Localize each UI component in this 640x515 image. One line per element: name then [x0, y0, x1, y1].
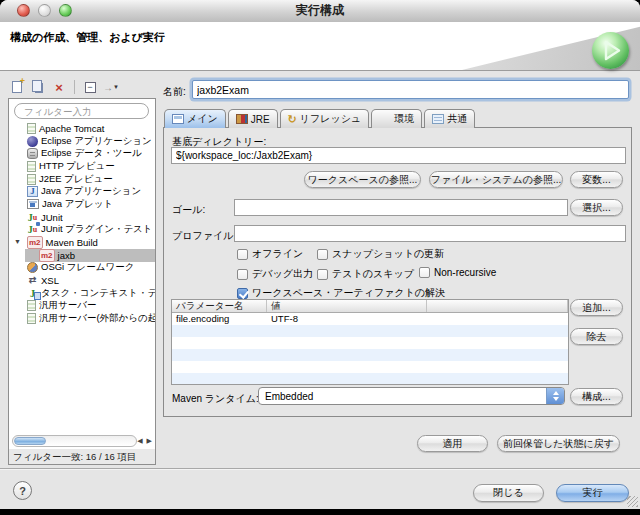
- table-row[interactable]: file.encodingUTF-8: [172, 313, 568, 325]
- table-cell: [267, 325, 427, 337]
- window-title: 実行構成: [0, 0, 640, 21]
- table-cell: [427, 325, 568, 337]
- tab-common[interactable]: 共通: [424, 109, 475, 128]
- table-header-cell[interactable]: 値: [267, 300, 427, 312]
- revert-button[interactable]: 前回保管した状態に戻す: [497, 435, 620, 452]
- checkbox-item[interactable]: ワークスペース・アーティファクトの解決: [237, 286, 445, 300]
- scroll-right-icon[interactable]: ▶: [147, 437, 152, 445]
- tree-item-selected[interactable]: m2jaxb: [9, 249, 155, 262]
- checkbox-icon[interactable]: [419, 267, 430, 278]
- table-cell: [267, 361, 427, 373]
- checkbox-label: テストのスキップ: [332, 267, 414, 281]
- tree-item[interactable]: Jタスク・コンテキスト・テ: [9, 287, 155, 300]
- tree-item[interactable]: OSGi フレームワーク: [9, 262, 155, 275]
- tree-item[interactable]: ⇄XSL: [9, 274, 155, 287]
- apply-button[interactable]: 適用: [417, 435, 488, 452]
- stepper-icon[interactable]: [546, 388, 564, 404]
- checkbox-label: スナップショットの更新: [332, 247, 444, 261]
- checkbox-item[interactable]: オフライン: [237, 247, 303, 261]
- table-row[interactable]: [172, 349, 568, 361]
- tab-label: リフレッシュ: [300, 112, 361, 126]
- browse-filesystem-button[interactable]: ファイル・システムの参照...: [429, 171, 563, 188]
- close-button[interactable]: 閉じる: [473, 484, 544, 502]
- scrollbar-arrows[interactable]: ◀▶: [137, 437, 152, 445]
- tree-item[interactable]: JuJUnit プラグイン・テスト: [9, 224, 155, 237]
- tree-item-label: Eclipse データ・ツール: [41, 147, 142, 160]
- tree-item[interactable]: Java アプレット: [9, 198, 155, 211]
- help-button[interactable]: ?: [13, 481, 32, 500]
- filter-menu-button[interactable]: →▼: [103, 80, 119, 95]
- maven-runtime-select[interactable]: Embedded: [258, 387, 565, 405]
- checkbox-icon[interactable]: [237, 249, 248, 260]
- tree-item[interactable]: Eclipse データ・ツール: [9, 147, 155, 160]
- run-button[interactable]: 実行: [556, 484, 629, 502]
- filter-input[interactable]: [14, 103, 149, 119]
- table-cell: [172, 349, 267, 361]
- goal-input[interactable]: [234, 199, 568, 216]
- tree-item[interactable]: ▼m2Maven Build: [9, 236, 155, 249]
- tree-item[interactable]: 汎用サーバー: [9, 300, 155, 313]
- common-tab-icon: [432, 114, 444, 124]
- collapse-all-button[interactable]: −: [82, 80, 98, 95]
- profile-input[interactable]: [234, 225, 626, 242]
- parameters-table-header[interactable]: パラメーター名値: [172, 300, 568, 313]
- browse-workspace-button[interactable]: ワークスペースの参照...: [304, 171, 421, 188]
- remove-parameter-button[interactable]: 除去: [570, 328, 623, 345]
- configure-runtime-button[interactable]: 構成...: [570, 388, 623, 405]
- zoom-window-button[interactable]: [59, 4, 72, 17]
- tree-item[interactable]: Eclipse アプリケーション: [9, 135, 155, 148]
- expanded-arrow-icon[interactable]: ▼: [14, 238, 21, 245]
- resize-grip[interactable]: [627, 496, 638, 507]
- table-header-cell[interactable]: [427, 300, 568, 312]
- tree-item[interactable]: HTTP プレビュー: [9, 160, 155, 173]
- checkbox-item[interactable]: スナップショットの更新: [317, 247, 444, 261]
- main-tab-content: 基底ディレクトリー: ワークスペースの参照... ファイル・システムの参照...…: [163, 127, 632, 417]
- close-window-button[interactable]: [17, 4, 30, 17]
- minimize-window-button[interactable]: [38, 4, 51, 17]
- tab-environment[interactable]: 環境: [371, 109, 422, 128]
- tree-item[interactable]: Java アプリケーション: [9, 185, 155, 198]
- checkbox-item[interactable]: テストのスキップ: [317, 267, 414, 281]
- delete-config-button[interactable]: ×: [51, 80, 67, 95]
- table-header-cell[interactable]: パラメーター名: [172, 300, 267, 312]
- scrollbar-thumb[interactable]: [14, 437, 46, 445]
- tree-item[interactable]: J2EE プレビュー: [9, 173, 155, 186]
- checkbox-checked-icon[interactable]: [237, 288, 248, 299]
- table-row[interactable]: [172, 325, 568, 337]
- add-parameter-button[interactable]: 追加...: [570, 299, 623, 316]
- filter-match-status: フィルター一致: 16 / 16 項目: [9, 449, 155, 464]
- checkbox-icon[interactable]: [317, 249, 328, 260]
- tab-main[interactable]: メイン: [164, 109, 226, 128]
- java-app-icon: [27, 186, 38, 197]
- table-row[interactable]: [172, 373, 568, 385]
- server-icon: [27, 300, 36, 311]
- table-row[interactable]: [172, 361, 568, 373]
- variables-button[interactable]: 変数...: [570, 171, 623, 188]
- table-row[interactable]: [172, 337, 568, 349]
- tree-item[interactable]: JuJUnit: [9, 211, 155, 224]
- tree-item-label: Java アプリケーション: [41, 185, 141, 198]
- checkbox-icon[interactable]: [237, 269, 248, 280]
- tree-item[interactable]: Apache Tomcat: [9, 122, 155, 135]
- tree-horizontal-scrollbar[interactable]: [12, 435, 137, 447]
- tree-item[interactable]: 汎用サーバー(外部からの起: [9, 312, 155, 325]
- tree-item-label: jaxb: [58, 250, 75, 261]
- delete-config-icon: ×: [55, 81, 63, 94]
- title-bar[interactable]: 実行構成: [0, 0, 640, 23]
- base-directory-input[interactable]: [171, 147, 626, 164]
- checkbox-icon[interactable]: [317, 269, 328, 280]
- select-button[interactable]: 選択...: [570, 199, 623, 216]
- checkbox-label: Non-recursive: [434, 267, 496, 278]
- checkbox-label: オフライン: [252, 247, 303, 261]
- run-launch-icon: [592, 32, 629, 69]
- tree-item-label: HTTP プレビュー: [39, 160, 115, 173]
- new-config-button[interactable]: [9, 80, 25, 95]
- table-cell: [172, 337, 267, 349]
- name-input[interactable]: [192, 80, 629, 99]
- tab-jre[interactable]: JRE: [228, 109, 278, 128]
- tab-refresh[interactable]: ↻リフレッシュ: [280, 109, 370, 128]
- scroll-left-icon[interactable]: ◀: [137, 437, 142, 445]
- checkbox-item[interactable]: デバッグ出力: [237, 267, 313, 281]
- checkbox-item[interactable]: Non-recursive: [419, 267, 496, 278]
- duplicate-config-button[interactable]: [30, 80, 46, 95]
